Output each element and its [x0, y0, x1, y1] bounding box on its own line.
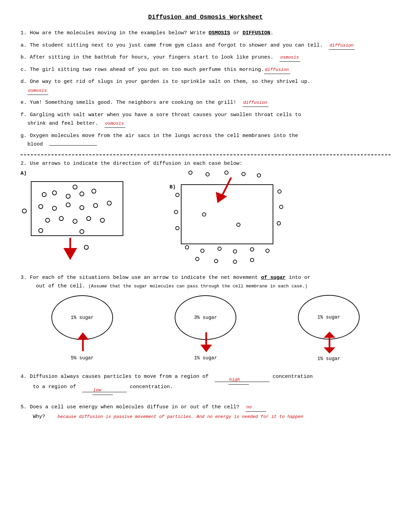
- q1e-answer: diffusion: [242, 99, 269, 107]
- s5-why-answer: because diffusion is passive movement of…: [58, 414, 303, 419]
- svg-marker-1: [63, 248, 77, 260]
- cell1-outside: 5% sugar: [71, 355, 94, 361]
- q1g-label: g.: [21, 133, 30, 139]
- q1a-text: The student sitting next to you just cam…: [30, 42, 329, 48]
- section3: 3. For each of the situations below use …: [21, 273, 390, 361]
- s4-part4: concentration.: [127, 384, 173, 390]
- q1-text: 1. How are the molecules moving in the e…: [21, 30, 209, 36]
- q1f: f. Gargling with salt water when you hav…: [21, 111, 390, 128]
- cell2: 3% sugar 1% sugar: [175, 295, 236, 361]
- cell3-ellipse: 1% sugar: [298, 295, 360, 339]
- svg-marker-3: [216, 192, 227, 203]
- cell2-ellipse: 3% sugar: [175, 295, 236, 340]
- section2-question: 2. Use arrows to indicate the direction …: [21, 161, 390, 166]
- cell1-arrow: [74, 332, 91, 353]
- s4-part3: to a region of: [21, 384, 82, 390]
- q1f-answer: osmosis: [104, 120, 125, 128]
- q1c-answer: diffusion: [264, 66, 290, 74]
- page-title: Diffusion and Osmosis Worksheet: [21, 14, 390, 21]
- arrow-b-red: [211, 177, 241, 208]
- cell1-inside: 1% sugar: [71, 315, 94, 320]
- cell2-arrow: [198, 332, 215, 353]
- q1e: e. Yum! Something smells good. The neigh…: [21, 98, 390, 107]
- cell1: 1% sugar 5% sugar: [51, 295, 113, 361]
- cell3-inside: 1% sugar: [317, 314, 340, 320]
- q1b-answer: osmosis: [279, 54, 300, 62]
- q1e-label: e.: [21, 100, 30, 106]
- s4-answer2: low: [92, 386, 113, 395]
- q1f-label: f.: [21, 112, 30, 118]
- q1d-label: d.: [21, 79, 30, 85]
- diagram-a: A): [21, 171, 130, 257]
- section-divider: [21, 154, 390, 155]
- cells-row: 1% sugar 5% sugar 3% sugar 1% sugar: [21, 295, 390, 361]
- svg-marker-7: [200, 345, 212, 352]
- diagram-b-label: B): [170, 184, 176, 190]
- q1g-answer: [49, 145, 97, 146]
- q1-emphasis2: DIFFUSION: [242, 30, 270, 36]
- q1b: b. After sitting in the bathtub for hour…: [21, 53, 390, 62]
- diagram-a-label: A): [21, 171, 130, 176]
- q1a-label: a.: [21, 42, 30, 48]
- diagrams-row: A): [21, 171, 390, 267]
- svg-marker-10: [324, 347, 335, 354]
- cell1-ellipse: 1% sugar: [51, 295, 113, 340]
- q1f-text: Gargling with salt water when you have a…: [21, 112, 301, 127]
- s5-answer: no: [246, 403, 266, 412]
- diagram-b: B): [151, 171, 295, 267]
- arrow-a-red: [60, 238, 80, 262]
- cell2-inside: 3% sugar: [194, 315, 217, 320]
- cell3: 1% sugar 1% sugar: [298, 295, 360, 361]
- q1d-text: One way to get rid of slugs in your gard…: [30, 79, 310, 85]
- section4: 4. Diffusion always causes particles to …: [21, 372, 390, 392]
- q1d-answer: osmosis: [27, 87, 48, 95]
- q1d: d. One way to get rid of slugs in your g…: [21, 77, 390, 95]
- q1g: g. Oxygen molecules move from the air sa…: [21, 132, 390, 149]
- s3-sub: (Assume that the sugar molecules can pas…: [88, 284, 308, 289]
- s3-part1: 3. For each of the situations below use …: [21, 275, 261, 281]
- q1b-text: After sitting in the bathtub for hours, …: [30, 54, 279, 60]
- q1c-label: c.: [21, 67, 30, 73]
- q1a: a. The student sitting next to you just …: [21, 41, 390, 50]
- s4-part2: concentration: [270, 374, 313, 380]
- cell3-outside: 1% sugar: [317, 356, 340, 361]
- q1a-answer: diffusion: [329, 42, 355, 50]
- section3-title: 3. For each of the situations below use …: [21, 273, 390, 291]
- s4-answer1: high: [228, 375, 249, 385]
- q1e-text: Yum! Something smells good. The neighbor…: [30, 100, 242, 106]
- q1-emphasis1: OSMOSIS: [209, 30, 230, 36]
- svg-marker-5: [77, 332, 89, 340]
- q1b-label: b.: [21, 54, 30, 60]
- cell3-arrow: [321, 332, 338, 354]
- s3-underline: of sugar: [261, 275, 286, 281]
- s5-question: 5. Does a cell use energy when molecules…: [21, 404, 246, 410]
- section5: 5. Does a cell use energy when molecules…: [21, 403, 390, 422]
- q1c: c. The girl sitting two rows ahead of yo…: [21, 65, 390, 74]
- s4-part1: 4. Diffusion always causes particles to …: [21, 374, 215, 380]
- cell2-outside: 1% sugar: [194, 355, 217, 361]
- section1-question: 1. How are the molecules moving in the e…: [21, 29, 390, 38]
- q1c-text: The girl sitting two rows ahead of you p…: [30, 67, 264, 73]
- s5-why-label: Why?: [21, 414, 58, 420]
